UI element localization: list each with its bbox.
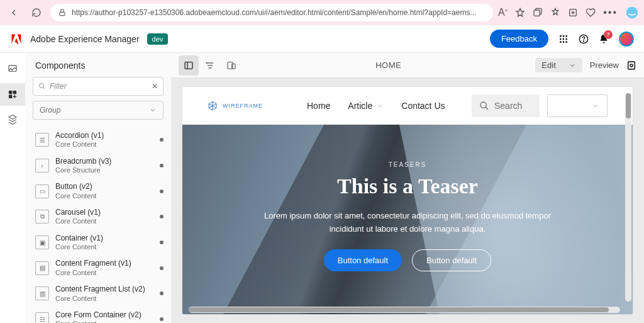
- svg-rect-1: [534, 10, 540, 16]
- fragment-icon: ▤: [35, 261, 49, 275]
- info-icon[interactable]: [160, 190, 164, 193]
- refresh-button[interactable]: [28, 4, 45, 21]
- mode-selector[interactable]: Edit: [535, 58, 582, 72]
- info-icon[interactable]: [160, 317, 164, 321]
- star-icon[interactable]: [515, 8, 525, 18]
- svg-point-9: [565, 38, 567, 40]
- hero-primary-button[interactable]: Button default: [324, 249, 402, 271]
- components-rail-button[interactable]: [0, 83, 25, 106]
- component-item[interactable]: ☰Accordion (v1)Core Content: [33, 127, 171, 153]
- component-item[interactable]: ⧉Carousel (v1)Core Content: [33, 204, 171, 230]
- url-bar[interactable]: https://author-p103257-e1350306.adobeaem…: [50, 4, 493, 21]
- copilot-icon[interactable]: [625, 6, 639, 20]
- svg-point-11: [563, 41, 565, 43]
- emulator-button[interactable]: [221, 55, 242, 76]
- extension-icon[interactable]: [586, 8, 596, 18]
- notifications-button[interactable]: 7: [599, 34, 609, 44]
- component-item[interactable]: ›Breadcrumb (v3)Core Structure: [33, 153, 171, 179]
- feedback-button[interactable]: Feedback: [490, 30, 548, 48]
- search-icon: [479, 101, 489, 111]
- language-selector[interactable]: [547, 94, 608, 117]
- svg-point-4: [560, 35, 562, 37]
- component-item[interactable]: ▭Button (v2)Core Content: [33, 178, 171, 204]
- info-icon[interactable]: [160, 215, 164, 218]
- info-icon[interactable]: [160, 138, 164, 142]
- page-properties-icon[interactable]: [626, 60, 636, 71]
- page-title: HOME: [242, 60, 535, 70]
- svg-point-7: [560, 38, 562, 40]
- svg-point-25: [630, 64, 633, 67]
- nav-contact[interactable]: Contact Us: [401, 101, 445, 111]
- page-canvas[interactable]: WIREFRAME Home Article Contact Us Search: [182, 87, 633, 314]
- component-item[interactable]: ▣Container (v1)Core Content: [33, 230, 171, 256]
- back-button[interactable]: [5, 4, 23, 21]
- side-panel-toggle[interactable]: [179, 55, 199, 76]
- url-text: https://author-p103257-e1350306.adobeaem…: [72, 8, 476, 17]
- hero-secondary-button[interactable]: Button default: [412, 249, 491, 271]
- svg-point-8: [563, 38, 565, 40]
- apps-icon[interactable]: [558, 34, 569, 44]
- component-item[interactable]: ☷Core Form Container (v2)Core Content: [33, 307, 171, 323]
- collections-icon[interactable]: [568, 8, 578, 18]
- favorites-icon[interactable]: [550, 8, 560, 18]
- notification-count: 7: [604, 30, 613, 39]
- avatar[interactable]: [619, 31, 634, 47]
- component-item[interactable]: ▤Content Fragment (v1)Core Content: [33, 255, 171, 281]
- tabs-icon[interactable]: [533, 8, 543, 18]
- chevron-down-icon: [376, 102, 384, 110]
- clear-icon[interactable]: ✕: [152, 82, 158, 91]
- svg-point-3: [626, 7, 638, 18]
- wireframe-logo-icon: [208, 101, 218, 111]
- svg-rect-24: [628, 62, 635, 69]
- aem-header-bar: Adobe Experience Manager dev Feedback 7: [0, 25, 644, 53]
- nav-home[interactable]: Home: [307, 101, 330, 111]
- product-title: Adobe Experience Manager: [30, 34, 140, 44]
- svg-rect-18: [9, 95, 12, 98]
- more-icon[interactable]: •••: [603, 7, 618, 18]
- editor-toolbar: HOME Edit Preview: [171, 53, 644, 78]
- svg-rect-16: [9, 91, 12, 94]
- panel-title: Components: [25, 53, 171, 77]
- svg-point-26: [480, 102, 486, 108]
- components-panel: Components Filter ✕ Group ☰Accordion (v1…: [25, 53, 171, 323]
- content-tree-rail-button[interactable]: [0, 108, 25, 131]
- hero-teaser[interactable]: TEASERS This is a Teaser Lorem ipsum dol…: [182, 125, 633, 314]
- help-icon[interactable]: [579, 34, 589, 44]
- svg-rect-17: [13, 91, 16, 94]
- chevron-down-icon: [149, 106, 157, 114]
- svg-point-19: [40, 84, 44, 88]
- info-icon[interactable]: [160, 266, 164, 270]
- svg-point-12: [565, 41, 567, 43]
- page-info-button[interactable]: [200, 55, 220, 76]
- svg-point-6: [565, 35, 567, 37]
- svg-rect-0: [60, 12, 65, 15]
- component-list[interactable]: ☰Accordion (v1)Core Content ›Breadcrumb …: [25, 125, 171, 323]
- preview-button[interactable]: Preview: [590, 60, 619, 70]
- assets-rail-button[interactable]: [0, 58, 25, 81]
- container-icon: ▣: [35, 235, 49, 249]
- info-icon[interactable]: [160, 164, 164, 167]
- env-badge: dev: [147, 33, 169, 45]
- browser-bar: https://author-p103257-e1350306.adobeaem…: [0, 0, 644, 25]
- vertical-scrollbar[interactable]: [625, 93, 631, 302]
- lock-icon: [58, 8, 67, 17]
- filter-input[interactable]: Filter ✕: [33, 77, 164, 96]
- group-label: Group: [40, 106, 60, 115]
- left-rail: [0, 53, 25, 323]
- component-item[interactable]: ▥Content Fragment List (v2)Core Content: [33, 281, 171, 307]
- reader-icon[interactable]: A»: [498, 7, 508, 18]
- group-select[interactable]: Group: [33, 101, 164, 120]
- search-input[interactable]: Search: [472, 94, 540, 117]
- hero-eyebrow: TEASERS: [389, 161, 427, 168]
- accordion-icon: ☰: [35, 133, 49, 147]
- horizontal-scrollbar[interactable]: [189, 307, 620, 313]
- info-icon[interactable]: [160, 241, 164, 244]
- svg-point-10: [560, 41, 562, 43]
- nav-article[interactable]: Article: [348, 101, 384, 111]
- hero-text: Lorem ipsum dolor sit amet, consectetur …: [257, 210, 558, 236]
- svg-point-21: [206, 62, 207, 63]
- site-logo[interactable]: WIREFRAME: [208, 101, 263, 111]
- breadcrumb-icon: ›: [35, 159, 49, 173]
- info-icon[interactable]: [160, 292, 164, 295]
- adobe-logo-icon: [10, 33, 23, 45]
